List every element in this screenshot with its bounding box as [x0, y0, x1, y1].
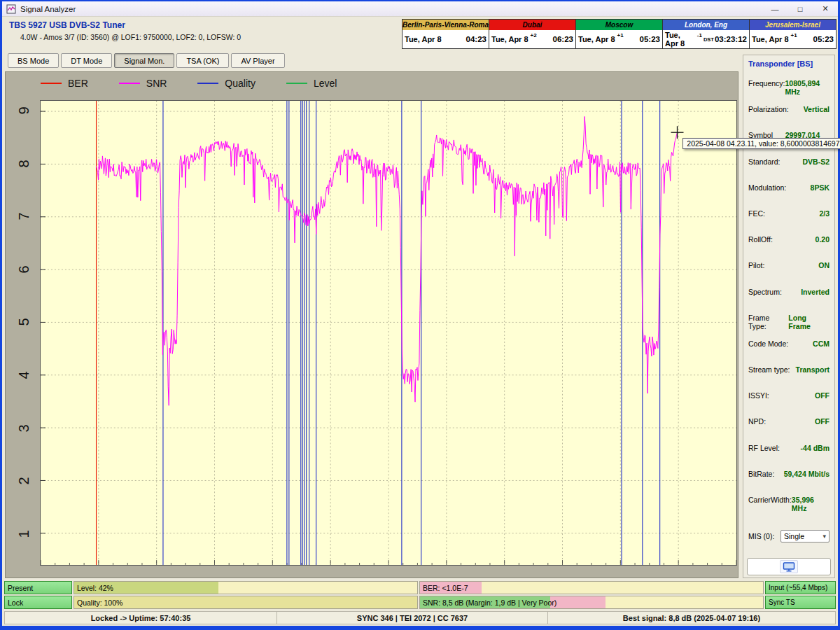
- transponder-row-standard: Standard:DVB-S2: [748, 158, 830, 183]
- bar-segment: [482, 582, 763, 594]
- transponder-row-spectrum: Spectrum:Inverted: [748, 288, 830, 314]
- y-axis-tick-label: 6: [15, 262, 33, 277]
- clock-moscow: MoscowTue, Apr 8+105:23: [575, 19, 663, 49]
- transponder-value: 8PSK: [811, 183, 830, 192]
- mis-value: Single: [784, 532, 804, 540]
- transponder-label: Spectrum:: [748, 288, 782, 296]
- tuner-subtitle: 4.0W - Amos 3/7 (ID: 3560) @ LOF1: 97500…: [20, 33, 241, 41]
- clock-date: Tue, Apr 8: [405, 35, 442, 43]
- mis-dropdown[interactable]: Single ▾: [780, 530, 830, 542]
- clock-date: Tue, Apr 8: [752, 35, 789, 43]
- ber-bar-label: BER: <1.0E-7: [423, 584, 468, 592]
- clock-utc-offset: +1: [791, 30, 797, 38]
- clock-utc-offset: +2: [531, 30, 537, 38]
- minimize-button[interactable]: —: [762, 1, 788, 17]
- transponder-label: CarrierWidth:: [748, 496, 792, 504]
- y-axis-tick-label: 7: [15, 209, 33, 224]
- transponder-value: OFF: [815, 417, 830, 426]
- transponder-label: RollOff:: [748, 235, 773, 244]
- clock-time: 05:23: [813, 35, 834, 43]
- clock-date: Tue, Apr 8: [578, 35, 615, 43]
- tab-av-player[interactable]: AV Player: [231, 53, 284, 68]
- statusbar-lock-uptime: Locked -> Uptime: 57:40:35: [5, 612, 276, 624]
- tuner-title: TBS 5927 USB DVB-S2 Tuner: [9, 20, 241, 30]
- legend-swatch: [197, 83, 218, 84]
- statusbar-best-signal: Best signal: 8,8 dB (2025-04-07 19:16): [548, 612, 835, 624]
- tab-dt-mode[interactable]: DT Mode: [61, 53, 112, 68]
- transponder-title: Transponder [BS]: [748, 59, 830, 69]
- legend-label: Quality: [225, 78, 255, 89]
- legend-item-level: Level: [286, 78, 337, 89]
- tab-bs-mode[interactable]: BS Mode: [8, 53, 59, 68]
- clock-city-label: Jerusalem-Israel: [750, 20, 836, 30]
- transponder-label: NPD:: [748, 417, 766, 426]
- clock-time-row: Tue, Apr 8-1DST03:23:12: [663, 30, 749, 48]
- transponder-value: CCM: [813, 340, 830, 348]
- transponder-row-carrierwidth: CarrierWidth:35,996 MHz: [748, 496, 830, 522]
- transponder-value: 0.20: [816, 235, 830, 244]
- transponder-value: OFF: [815, 391, 830, 400]
- signal-plot[interactable]: [40, 100, 737, 566]
- input-indicator: Input (~55,4 Mbps): [765, 581, 836, 594]
- legend-label: BER: [68, 78, 88, 89]
- close-button[interactable]: ✕: [813, 1, 838, 17]
- clock-date: Tue, Apr 8: [665, 31, 695, 48]
- transponder-value: Vertical: [804, 105, 830, 113]
- transponder-row-rolloff: RollOff:0.20: [748, 235, 830, 261]
- app-icon: [6, 4, 16, 14]
- lock-indicator: Lock: [4, 596, 72, 609]
- transponder-label: RF Level:: [748, 444, 780, 452]
- world-clocks: Berlin-Paris-Vienna-RomaTue, Apr 804:23D…: [402, 19, 836, 52]
- transponder-value: 35,996 MHz: [792, 496, 830, 512]
- legend-label: SNR: [146, 78, 167, 89]
- bar-segment: [550, 596, 605, 608]
- maximize-button[interactable]: □: [788, 1, 813, 17]
- tuner-info: TBS 5927 USB DVB-S2 Tuner 4.0W - Amos 3/…: [9, 19, 241, 52]
- export-image-button[interactable]: [780, 560, 798, 573]
- transponder-row-polarization: Polarization:Vertical: [748, 105, 830, 131]
- ber-bar: BER: <1.0E-7: [419, 581, 764, 594]
- clock-berlin-paris-vienna-roma: Berlin-Paris-Vienna-RomaTue, Apr 804:23: [402, 19, 489, 49]
- legend-swatch: [41, 83, 62, 84]
- transponder-label: ISSYI:: [748, 391, 769, 400]
- chart-legend: BERSNRQualityLevel: [41, 78, 368, 89]
- clock-time: 06:23: [553, 35, 573, 43]
- statusbar: Locked -> Uptime: 57:40:35 SYNC 346 | TE…: [4, 611, 836, 624]
- signal-chart[interactable]: [41, 101, 736, 565]
- transponder-row-npd: NPD:OFF: [748, 417, 830, 443]
- transponder-row-modulation: Modulation:8PSK: [748, 183, 830, 209]
- legend-swatch: [286, 83, 307, 84]
- legend-label: Level: [314, 78, 337, 89]
- transponder-row-bitrate: BitRate:59,424 Mbit/s: [748, 470, 830, 496]
- transponder-label: Stream type:: [748, 365, 790, 374]
- tab-tsa-ok[interactable]: TSA (OK): [176, 53, 229, 68]
- chart-tooltip: 2025-04-08 04.23.11, value: 8,6000003814…: [682, 138, 840, 149]
- y-axis-tick-label: 8: [15, 156, 33, 172]
- transponder-row-rf-level: RF Level:-44 dBm: [748, 444, 830, 470]
- tab-signal-mon[interactable]: Signal Mon.: [114, 53, 174, 68]
- status-row-2: Lock Quality: 100% SNR: 8,5 dB (Margin: …: [4, 596, 836, 609]
- legend-item-ber: BER: [41, 78, 88, 89]
- clock-time-row: Tue, Apr 8+206:23: [489, 30, 575, 48]
- quality-bar: Quality: 100%: [74, 596, 418, 609]
- y-axis-tick-label: 1: [15, 526, 33, 542]
- clock-time-row: Tue, Apr 8+105:23: [576, 30, 662, 48]
- clock-city-label: London, Eng: [663, 20, 749, 30]
- transponder-row-fec: FEC:2/3: [748, 209, 830, 235]
- clock-jerusalem-israel: Jerusalem-IsraelTue, Apr 8+105:23: [749, 19, 836, 49]
- monitor-icon: [783, 562, 795, 572]
- transponder-value: 10805,894 MHz: [785, 79, 830, 96]
- chevron-down-icon: ▾: [822, 533, 826, 540]
- legend-swatch: [119, 83, 140, 84]
- clock-city-label: Berlin-Paris-Vienna-Roma: [402, 20, 489, 30]
- transponder-row-frequency: Frequency:10805,894 MHz: [748, 79, 830, 105]
- clock-dubai: DubaiTue, Apr 8+206:23: [489, 19, 576, 49]
- statusbar-sync-counters: SYNC 346 | TEI 2072 | CC 7637: [276, 612, 548, 624]
- transponder-label: Frame Type:: [748, 314, 788, 330]
- status-row-1: Present Level: 42% BER: <1.0E-7 Input (~…: [4, 581, 836, 594]
- transponder-value: 2/3: [819, 209, 830, 218]
- snr-trace: [97, 116, 678, 405]
- transponder-row-issyi: ISSYI:OFF: [748, 391, 830, 417]
- transponder-label: Standard:: [748, 158, 780, 166]
- clock-city-label: Moscow: [576, 20, 662, 30]
